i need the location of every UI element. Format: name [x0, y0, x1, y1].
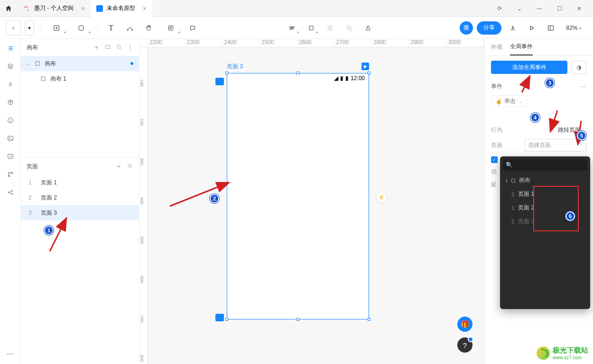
titlebar: "; 墨刀 - 个人空间 × 未命名原型 × ⟳ ⌄ — ☐ ✕: [0, 0, 593, 17]
wei-badge[interactable]: 微: [460, 21, 473, 35]
folder-icon: [104, 44, 111, 50]
refresh-icon[interactable]: ⟳: [495, 5, 504, 12]
zoom-level[interactable]: 82% ▾: [566, 24, 582, 31]
add-global-event-button[interactable]: 添加全局事件: [491, 61, 567, 74]
page-item-1[interactable]: 1页面 1: [21, 175, 139, 190]
add-page-button[interactable]: ＋: [116, 162, 122, 171]
search-canvas-button[interactable]: [116, 44, 122, 52]
comment-icon: [189, 24, 196, 32]
active-dot: [130, 62, 133, 65]
artboard-tag-bottom[interactable]: [215, 314, 224, 321]
tree-child-canvas[interactable]: 画布 1: [21, 71, 139, 86]
add-canvas-button[interactable]: ＋: [93, 43, 100, 52]
close-icon[interactable]: ×: [81, 5, 85, 12]
resize-handle[interactable]: [296, 318, 299, 321]
main: ⋯ 画布 ＋ ⋮ ⌄ 画布 画布 1 页面 ＋ 1页面 1 2页面 2 3页面 …: [0, 39, 593, 364]
rail-layers[interactable]: [6, 62, 15, 71]
resize-handle[interactable]: [225, 318, 228, 321]
close-window-icon[interactable]: ✕: [575, 5, 584, 12]
tab-workspace[interactable]: "; 墨刀 - 个人空间 ×: [17, 0, 91, 17]
lightning-button[interactable]: ◑: [571, 61, 586, 74]
overlap-icon: [345, 24, 353, 32]
share-button[interactable]: 分享: [477, 21, 501, 35]
trigger-chip[interactable]: ☝ 单击 ⌄: [491, 95, 528, 107]
click-icon: ☝: [495, 98, 502, 105]
connector-button[interactable]: [122, 20, 138, 36]
note-button[interactable]: ▾: [160, 20, 181, 36]
event-more-button[interactable]: ⋯: [580, 83, 586, 90]
canvas-icon: [40, 75, 46, 82]
home-button[interactable]: [0, 5, 17, 12]
window-controls: ⟳ ⌄ — ☐ ✕: [495, 5, 593, 12]
dropdown-option-2[interactable]: ▯页面 2: [500, 201, 590, 215]
group-button[interactable]: [342, 20, 357, 36]
dropdown-search-input[interactable]: [503, 159, 587, 171]
minimize-icon[interactable]: —: [535, 5, 544, 12]
frame-button[interactable]: ▾: [304, 20, 319, 36]
right-panel-tabs: 外观 全局事件: [484, 39, 593, 56]
back-button[interactable]: ‹: [6, 20, 21, 36]
tab-global-events[interactable]: 全局事件: [510, 43, 533, 55]
canvas-area[interactable]: 220023002400250026002700280029003000 100…: [139, 39, 484, 364]
hand-button[interactable]: [141, 20, 157, 36]
chevron-down-icon[interactable]: ⌄: [515, 5, 524, 12]
page-select[interactable]: 选择页面 ⌃: [525, 139, 586, 152]
chevron-left-icon: ‹: [506, 177, 508, 184]
resize-handle[interactable]: [296, 72, 299, 74]
list-icon: [7, 45, 14, 52]
ruler-horizontal: 220023002400250026002700280029003000: [148, 39, 484, 47]
rail-components[interactable]: [6, 80, 15, 89]
resize-handle[interactable]: [225, 72, 228, 74]
tree-root-canvas[interactable]: ⌄ 画布: [21, 56, 139, 71]
tab-title: 未命名原型: [107, 4, 135, 12]
add-button[interactable]: ▾: [46, 20, 67, 36]
align-left-button[interactable]: ▾: [285, 20, 300, 36]
copy-button[interactable]: [323, 20, 338, 36]
dropdown-breadcrumb[interactable]: ‹ 画布: [500, 173, 590, 187]
page-item-3[interactable]: 3页面 3: [21, 205, 139, 220]
rail-list[interactable]: [6, 44, 15, 53]
comment-button[interactable]: [185, 20, 200, 36]
artboard-frame[interactable]: ◢ ▮ ▮ 12:00: [227, 73, 369, 319]
artboard[interactable]: 页面 3 ▶ ◢ ▮ ▮ 12:00 ⚡: [227, 73, 369, 319]
maximize-icon[interactable]: ☐: [555, 5, 564, 12]
device-statusbar: ◢ ▮ ▮ 12:00: [227, 73, 369, 83]
play-button[interactable]: [524, 20, 539, 36]
search-icon: [127, 163, 133, 169]
rail-chart[interactable]: [6, 152, 15, 161]
rail-flow[interactable]: [6, 170, 15, 179]
folder-button[interactable]: [104, 44, 111, 52]
rail-widgets[interactable]: [6, 98, 15, 107]
lightning-badge[interactable]: ⚡: [376, 191, 387, 203]
resize-handle[interactable]: [368, 318, 371, 321]
rail-image[interactable]: [6, 134, 15, 143]
panels-button[interactable]: [543, 20, 558, 36]
shape-button[interactable]: ▾: [71, 20, 92, 36]
checkbox[interactable]: ✓: [491, 156, 498, 163]
tab-prototype[interactable]: 未命名原型 ×: [91, 0, 152, 17]
unlock-button[interactable]: [361, 20, 376, 36]
svg-point-22: [11, 190, 13, 191]
text-button[interactable]: T: [103, 20, 119, 36]
svg-rect-5: [309, 26, 313, 30]
action-value[interactable]: 跳转页面: [558, 126, 581, 134]
rail-more[interactable]: ⋯: [6, 349, 15, 358]
more-canvas-button[interactable]: ⋮: [127, 44, 133, 51]
artboard-tag-top[interactable]: [215, 78, 224, 85]
history-dropdown[interactable]: ▾: [25, 20, 34, 36]
close-icon[interactable]: ×: [143, 5, 147, 12]
page-item-2[interactable]: 2页面 2: [21, 190, 139, 205]
svg-rect-28: [512, 179, 515, 182]
artboard-play-button[interactable]: ▶: [361, 63, 369, 70]
resize-handle[interactable]: [368, 72, 371, 74]
search-page-button[interactable]: [127, 163, 133, 171]
rail-emoji[interactable]: [6, 116, 15, 125]
gift-button[interactable]: 🎁: [457, 317, 473, 332]
dropdown-option-1[interactable]: ▯页面 1: [500, 187, 590, 201]
help-button[interactable]: ?: [457, 337, 473, 353]
download-button[interactable]: [505, 20, 520, 36]
tab-appearance[interactable]: 外观: [491, 43, 502, 55]
artboard-label[interactable]: 页面 3: [227, 63, 243, 71]
signal-icon: ◢: [334, 75, 338, 82]
rail-share[interactable]: [6, 188, 15, 197]
